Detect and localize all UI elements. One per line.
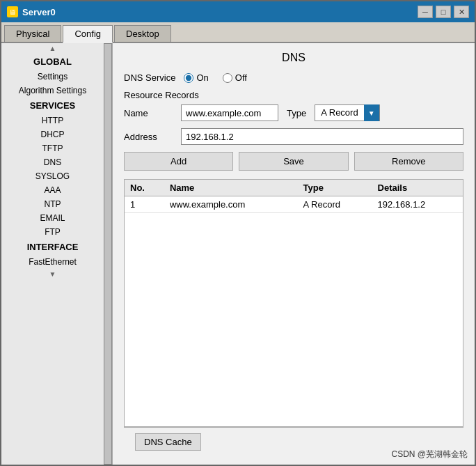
- type-select[interactable]: A Record ▼: [315, 104, 379, 121]
- type-select-value: A Record: [315, 104, 363, 121]
- col-details: Details: [372, 180, 463, 196]
- table-header-row: No. Name Type Details: [125, 180, 463, 196]
- sidebar-section-global: GLOBAL: [1, 54, 104, 70]
- table-row[interactable]: 1www.example.comA Record192.168.1.2: [125, 196, 463, 213]
- dns-on-radio[interactable]: [184, 73, 193, 83]
- type-select-arrow[interactable]: ▼: [364, 104, 379, 121]
- address-label: Address: [124, 132, 173, 142]
- table-body: 1www.example.comA Record192.168.1.2: [125, 196, 463, 213]
- sidebar-item-dns[interactable]: DNS: [1, 155, 104, 169]
- content-area: DNS DNS Service On Off: [113, 43, 475, 465]
- dns-off-label: Off: [235, 72, 247, 83]
- add-button[interactable]: Add: [124, 152, 233, 171]
- dns-service-radio-group: On Off: [184, 72, 246, 83]
- dns-on-option[interactable]: On: [184, 72, 208, 83]
- sidebar-scrollbar[interactable]: [104, 43, 112, 465]
- table-cell-name: www.example.com: [164, 196, 298, 213]
- maximize-button[interactable]: □: [436, 6, 451, 18]
- sidebar-section-interface: INTERFACE: [1, 239, 104, 255]
- scroll-up-indicator[interactable]: ▲: [1, 43, 104, 54]
- dns-off-option[interactable]: Off: [223, 72, 247, 83]
- main-window: 🖥 Server0 ─ □ ✕ Physical Config Desktop …: [0, 0, 476, 466]
- sidebar-item-algorithm-settings[interactable]: Algorithm Settings: [1, 84, 104, 98]
- main-content: ▲ GLOBAL Settings Algorithm Settings SER…: [1, 43, 475, 465]
- sidebar-item-ftp[interactable]: FTP: [1, 225, 104, 239]
- sidebar-item-ntp[interactable]: NTP: [1, 197, 104, 211]
- tab-physical[interactable]: Physical: [4, 25, 61, 42]
- table-cell-type: A Record: [298, 196, 372, 213]
- sidebar-item-syslog[interactable]: SYSLOG: [1, 169, 104, 183]
- dns-on-label: On: [196, 72, 208, 83]
- records-table: No. Name Type Details 1www.example.comA …: [125, 180, 463, 213]
- table-header: No. Name Type Details: [125, 180, 463, 196]
- tab-bar: Physical Config Desktop: [1, 22, 475, 43]
- name-input[interactable]: [181, 104, 278, 121]
- save-button[interactable]: Save: [239, 152, 348, 171]
- address-input[interactable]: [181, 128, 463, 145]
- tab-desktop[interactable]: Desktop: [114, 25, 171, 42]
- dns-service-row: DNS Service On Off: [124, 72, 463, 83]
- sidebar-item-aaa[interactable]: AAA: [1, 183, 104, 197]
- title-controls: ─ □ ✕: [418, 6, 469, 18]
- resource-records-label: Resource Records: [124, 90, 463, 100]
- dns-off-radio[interactable]: [223, 73, 232, 83]
- name-type-row: Name Type A Record ▼: [124, 104, 463, 121]
- tab-config[interactable]: Config: [63, 25, 113, 43]
- col-name: Name: [164, 180, 298, 196]
- table-cell-details: 192.168.1.2: [372, 196, 463, 213]
- window-icon: 🖥: [7, 6, 18, 17]
- sidebar-section-services: SERVICES: [1, 98, 104, 114]
- title-bar: 🖥 Server0 ─ □ ✕: [1, 1, 475, 22]
- type-label: Type: [287, 108, 306, 118]
- sidebar-item-tftp[interactable]: TFTP: [1, 141, 104, 155]
- sidebar-item-email[interactable]: EMAIL: [1, 211, 104, 225]
- col-type: Type: [298, 180, 372, 196]
- name-label: Name: [124, 108, 173, 118]
- scroll-down-indicator[interactable]: ▼: [1, 269, 104, 279]
- dns-cache-button[interactable]: DNS Cache: [135, 433, 201, 451]
- title-bar-left: 🖥 Server0: [7, 6, 56, 17]
- sidebar-item-http[interactable]: HTTP: [1, 114, 104, 127]
- close-button[interactable]: ✕: [454, 6, 469, 18]
- col-no: No.: [125, 180, 164, 196]
- sidebar-item-settings[interactable]: Settings: [1, 70, 104, 84]
- remove-button[interactable]: Remove: [354, 152, 463, 171]
- records-table-container: No. Name Type Details 1www.example.comA …: [124, 179, 463, 427]
- dns-title: DNS: [124, 52, 463, 64]
- address-row: Address: [124, 128, 463, 145]
- action-buttons-row: Add Save Remove: [124, 152, 463, 171]
- minimize-button[interactable]: ─: [418, 6, 433, 18]
- sidebar-item-dhcp[interactable]: DHCP: [1, 127, 104, 141]
- window-title: Server0: [22, 7, 56, 17]
- sidebar-inner: ▲ GLOBAL Settings Algorithm Settings SER…: [1, 43, 104, 465]
- sidebar: ▲ GLOBAL Settings Algorithm Settings SER…: [1, 43, 113, 465]
- sidebar-item-fastethernet[interactable]: FastEthernet: [1, 255, 104, 269]
- table-cell-no: 1: [125, 196, 164, 213]
- dns-service-label: DNS Service: [124, 72, 175, 83]
- watermark: CSDN @芜湖韩金轮: [391, 449, 468, 460]
